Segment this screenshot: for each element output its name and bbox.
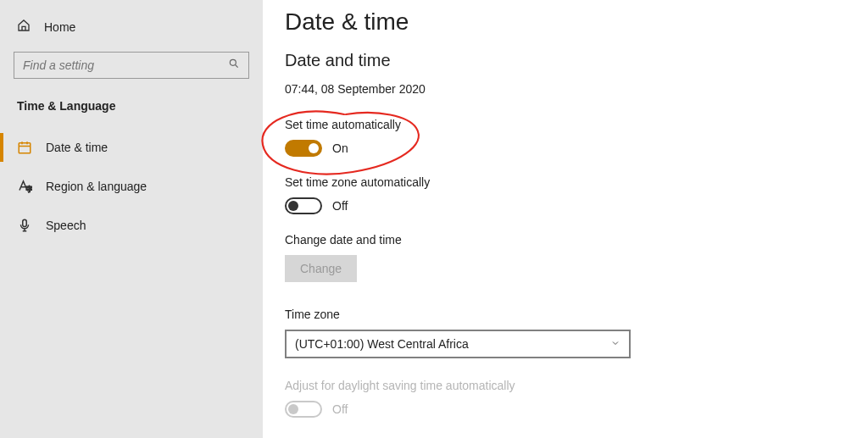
nav-item-label: Date & time — [46, 141, 108, 154]
auto-time-toggle[interactable] — [285, 140, 322, 157]
auto-tz-label: Set time zone automatically — [285, 175, 846, 189]
auto-time-toggle-row: On — [285, 140, 846, 157]
timezone-value: (UTC+01:00) West Central Africa — [295, 337, 469, 351]
region-language-icon: 字 — [17, 179, 32, 194]
speech-icon — [17, 218, 32, 233]
svg-text:字: 字 — [26, 186, 33, 193]
nav-item-speech[interactable]: Speech — [0, 206, 263, 245]
nav-item-region-language[interactable]: 字 Region & language — [0, 167, 263, 206]
auto-time-state: On — [332, 141, 348, 155]
svg-rect-7 — [23, 219, 27, 226]
nav-home[interactable]: Home — [0, 10, 263, 43]
search-box[interactable] — [14, 52, 249, 79]
dst-toggle-row: Off — [285, 401, 846, 418]
auto-tz-toggle[interactable] — [285, 197, 322, 214]
category-label: Time & Language — [0, 87, 263, 119]
auto-tz-state: Off — [332, 199, 348, 213]
section-title: Date and time — [285, 51, 846, 70]
nav-item-label: Region & language — [46, 180, 147, 193]
nav-item-date-time[interactable]: Date & time — [0, 128, 263, 167]
timezone-select[interactable]: (UTC+01:00) West Central Africa — [285, 330, 631, 358]
date-time-icon — [17, 140, 32, 155]
nav-item-label: Speech — [46, 219, 86, 232]
auto-time-label: Set time automatically — [285, 118, 846, 131]
dst-toggle — [285, 401, 322, 418]
page-title: Date & time — [285, 8, 846, 36]
home-icon — [17, 19, 31, 35]
change-date-time-label: Change date and time — [285, 233, 846, 247]
svg-point-0 — [230, 59, 236, 65]
dst-state: Off — [332, 402, 348, 416]
search-icon — [228, 58, 240, 73]
search-input[interactable] — [23, 58, 228, 72]
chevron-down-icon — [610, 337, 620, 351]
sidebar: Home Time & Language Date & time 字 Regio… — [0, 0, 263, 438]
dst-label: Adjust for daylight saving time automati… — [285, 379, 846, 392]
nav-home-label: Home — [44, 20, 75, 34]
auto-tz-toggle-row: Off — [285, 197, 846, 214]
nav-list: Date & time 字 Region & language Speech — [0, 119, 263, 245]
search-wrap — [0, 43, 263, 87]
svg-line-1 — [236, 65, 238, 68]
datetime-now: 07:44, 08 September 2020 — [285, 82, 846, 96]
svg-rect-2 — [19, 143, 31, 153]
timezone-label: Time zone — [285, 308, 846, 321]
change-button: Change — [285, 255, 357, 282]
main: Date & time Date and time 07:44, 08 Sept… — [263, 0, 868, 438]
